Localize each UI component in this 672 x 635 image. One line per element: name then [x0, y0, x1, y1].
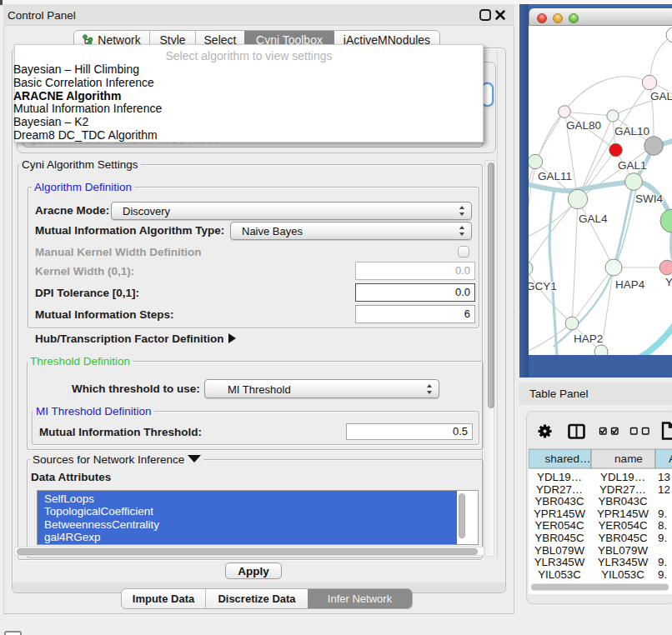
svg-text:shared…: shared… — [545, 452, 591, 465]
svg-text:YDL19…: YDL19… — [537, 471, 582, 483]
svg-text:YER054C: YER054C — [534, 519, 584, 532]
svg-text:YBR043C: YBR043C — [534, 495, 584, 508]
svg-text:YDL19…: YDL19… — [600, 471, 645, 483]
svg-text:13: 13 — [658, 471, 670, 483]
svg-text:8.: 8. — [658, 519, 667, 532]
svg-text:9.: 9. — [658, 508, 667, 520]
svg-text:9.: 9. — [658, 532, 667, 544]
svg-text:YLR345W: YLR345W — [598, 556, 649, 568]
svg-text:HAP2: HAP2 — [574, 332, 603, 345]
svg-text:Av: Av — [669, 452, 672, 465]
svg-text:YPR145W: YPR145W — [597, 508, 649, 520]
svg-text:name: name — [614, 452, 643, 465]
svg-text:GCY1: GCY1 — [529, 280, 557, 292]
svg-text:GAL4: GAL4 — [579, 212, 608, 225]
svg-text:SWI4: SWI4 — [635, 192, 663, 205]
svg-text:YDR27…: YDR27… — [536, 483, 583, 496]
svg-text:YBR045C: YBR045C — [598, 532, 648, 544]
svg-text:YBL079W: YBL079W — [534, 544, 584, 557]
svg-text:YPR145W: YPR145W — [534, 508, 586, 520]
svg-text:GAL80: GAL80 — [566, 119, 601, 132]
svg-text:YDR27…: YDR27… — [599, 483, 646, 496]
svg-text:GAL11: GAL11 — [538, 170, 572, 182]
svg-text:YER054C: YER054C — [598, 519, 648, 532]
svg-text:YBL079W: YBL079W — [598, 544, 648, 557]
svg-text:12: 12 — [658, 483, 670, 496]
svg-text:9.: 9. — [658, 556, 667, 568]
svg-text:GAL10: GAL10 — [614, 125, 649, 138]
svg-text:YBR045C: YBR045C — [534, 532, 584, 544]
svg-text:Y: Y — [665, 276, 672, 288]
svg-text:GAL1: GAL1 — [618, 159, 647, 172]
svg-text:GAL7: GAL7 — [650, 90, 672, 102]
svg-text:YBR043C: YBR043C — [598, 495, 648, 508]
svg-text:HAP4: HAP4 — [615, 278, 645, 291]
svg-text:YLR345W: YLR345W — [534, 556, 585, 568]
